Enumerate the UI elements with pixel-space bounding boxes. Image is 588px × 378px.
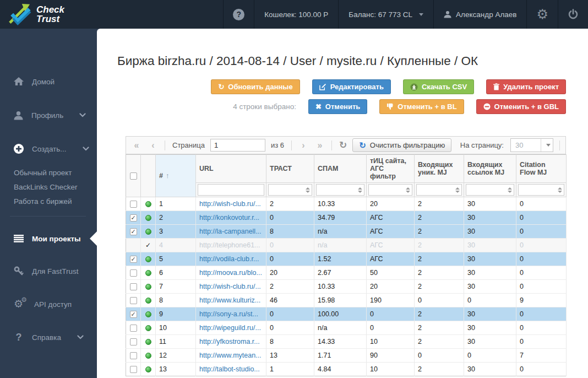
row-checkbox-cell (126, 294, 141, 307)
url-link[interactable]: http://talbot-studio... (199, 365, 260, 373)
page-number-input[interactable] (210, 139, 265, 152)
table-row[interactable]: 7http://wish-club.ru/...210.33202300 (126, 280, 567, 294)
url-link[interactable]: http://www.kulturiz... (199, 296, 260, 304)
mj-unique-cell: 2 (415, 225, 464, 239)
sidebar-item-api-access[interactable]: ⚙⚙ API доступ (0, 298, 97, 311)
url-link[interactable]: http://yfkostroma.r... (199, 338, 260, 345)
table-row[interactable]: ✓3http://la-campanell...8n/aАГС2300 (126, 225, 567, 239)
sidebar-subitem-regular-project[interactable]: Обычный проект (0, 165, 97, 180)
settings-button[interactable]: ⚙ (526, 0, 558, 29)
sidebar-subitem-backlinks-checker[interactable]: BackLinks Checker (0, 180, 97, 194)
spinner-icon[interactable] (406, 187, 410, 193)
column-header-spam[interactable]: СПАМ (314, 155, 367, 183)
citation-flow-cell: 0 (516, 307, 567, 321)
table-row[interactable]: 13http://talbot-studio...14.84102300 (126, 363, 567, 376)
first-page-button[interactable]: « (130, 139, 143, 152)
row-checkbox[interactable] (130, 352, 137, 359)
clear-filters-button[interactable]: ↻ Очистить фильтрацию (352, 138, 451, 152)
table-row[interactable]: 12http://www.mytean...131.7190007 (126, 349, 567, 363)
url-link[interactable]: http://sony-a.ru/st... (199, 310, 258, 318)
app-logo[interactable]: Check Trust (0, 0, 110, 29)
status-ok-icon (145, 311, 151, 317)
table-row[interactable]: ✓4http://telephone61...0n/aАГС2300 (126, 239, 567, 252)
last-page-button[interactable]: » (313, 139, 326, 152)
url-link[interactable]: http://wipeguild.ru/... (199, 324, 261, 332)
cancel-gbl-button[interactable]: Отменить + в GBL (476, 99, 566, 114)
column-header-citation-flow[interactable]: Citation Flow MJ (516, 155, 567, 183)
next-page-button[interactable]: › (297, 139, 310, 152)
url-link[interactable]: http://wish-club.ru/... (199, 283, 261, 290)
spinner-icon[interactable] (558, 187, 562, 193)
spinner-icon[interactable] (306, 187, 310, 193)
sidebar-item-home[interactable]: Домой (0, 75, 97, 88)
filter-url-input[interactable] (198, 184, 264, 196)
sidebar-subitem-exchange-work[interactable]: Работа с биржей (0, 194, 97, 208)
column-header-trust[interactable]: ТРАСТ (266, 155, 314, 183)
refresh-data-button[interactable]: ↻ Обновить данные (211, 79, 300, 94)
download-csv-button[interactable]: Скачать CSV (403, 79, 474, 94)
row-status-cell (141, 225, 156, 239)
column-header-mj-unique[interactable]: Входящих уник. MJ (415, 155, 464, 183)
delete-project-button[interactable]: Удалить проект (486, 79, 566, 94)
row-checkbox[interactable] (130, 297, 137, 304)
row-checkbox[interactable] (130, 325, 137, 332)
help-button[interactable]: ? (223, 0, 254, 29)
thumbs-down-icon (386, 103, 394, 110)
cancel-bl-button[interactable]: Отменить + в BL (379, 99, 464, 114)
row-checkbox[interactable]: ✓ (130, 311, 137, 318)
url-link[interactable]: http://vodila-club.r... (199, 255, 259, 263)
balance-dropdown[interactable]: Баланс: 67 773 CL (338, 0, 433, 29)
logout-button[interactable] (558, 0, 588, 29)
tic-cell: 0 (367, 321, 415, 335)
column-header-num[interactable]: #↑ (156, 155, 196, 197)
table-row[interactable]: ✓9http://sony-a.ru/st...0100.0002300 (126, 307, 567, 321)
url-link[interactable]: http://telephone61... (199, 241, 260, 249)
table-row[interactable]: ✓2http://konkovotur.r...034.79АГС2300 (126, 211, 567, 225)
spinner-icon[interactable] (455, 187, 460, 193)
prev-page-button[interactable]: ‹ (146, 139, 160, 152)
url-link[interactable]: http://la-campanell... (199, 228, 262, 235)
filter-spam-input[interactable] (316, 184, 364, 196)
spinner-icon[interactable] (358, 187, 362, 193)
filter-mj-links-input[interactable] (466, 184, 514, 196)
table-row[interactable]: 6http://moova.ru/blo...202.67502300 (126, 266, 567, 280)
row-checkbox[interactable]: ✓ (130, 256, 137, 263)
sidebar-item-create[interactable]: Создать... (0, 142, 97, 155)
row-checkbox[interactable] (130, 269, 137, 277)
sidebar-item-profile[interactable]: Профиль (0, 109, 97, 122)
wallet-balance[interactable]: Кошелек: 100.00 Р (254, 0, 338, 29)
table-row[interactable]: 8http://www.kulturiz...4615.98190009 (126, 294, 567, 307)
table-row[interactable]: 11http://yfkostroma.r...814.33102300 (126, 335, 567, 349)
column-header-mj-links[interactable]: Входящих ссылок MJ (464, 155, 516, 183)
sidebar-item-help[interactable]: ? Справка (0, 331, 97, 344)
url-link[interactable]: http://moova.ru/blo... (199, 269, 262, 277)
refresh-icon: ↻ (359, 141, 366, 150)
table-row[interactable]: 1http://wish-club.ru/...210.33202300 (126, 197, 567, 211)
row-checkbox[interactable] (130, 201, 137, 208)
sidebar-item-my-projects[interactable]: Мои проекты (0, 232, 97, 245)
edit-button[interactable]: Редактировать (312, 79, 391, 94)
column-header-url[interactable]: URL (196, 155, 266, 183)
select-all-checkbox[interactable] (130, 172, 137, 180)
table-row[interactable]: ✓5http://vodila-club.r...01.52АГС2300 (126, 252, 567, 266)
spinner-icon[interactable] (508, 187, 512, 193)
url-link[interactable]: http://konkovotur.r... (199, 214, 259, 222)
cancel-button[interactable]: ✖ Отменить (308, 99, 367, 114)
chevron-down-icon (419, 13, 423, 16)
table-row[interactable]: 10http://wipeguild.ru/...0n/a02300 (126, 321, 567, 335)
sidebar-item-fasttrust[interactable]: Для FastTrust (0, 264, 97, 278)
refresh-grid-icon[interactable]: ↻ (337, 139, 349, 151)
url-link[interactable]: http://wish-club.ru/... (199, 200, 261, 208)
user-menu[interactable]: Александр Алаев (433, 0, 526, 29)
mj-links-cell: 30 (464, 239, 516, 252)
home-icon (14, 77, 24, 86)
per-page-select[interactable]: 30 (510, 138, 553, 152)
row-checkbox[interactable]: ✓ (130, 228, 137, 235)
row-checkbox[interactable] (130, 366, 137, 373)
row-checkbox[interactable]: ✓ (130, 214, 137, 222)
tic-cell: АГС (367, 252, 415, 266)
row-checkbox[interactable] (130, 338, 137, 345)
row-checkbox[interactable] (130, 283, 137, 290)
url-link[interactable]: http://www.mytean... (199, 352, 262, 359)
column-header-tic[interactable]: тИЦ сайта, АГС фильтр (367, 155, 415, 183)
